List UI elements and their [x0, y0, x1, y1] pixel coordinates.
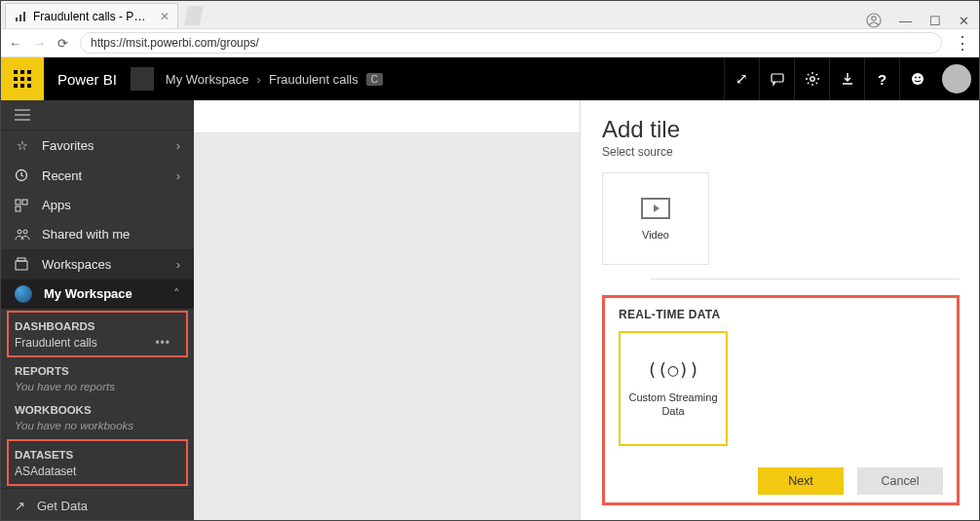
svg-rect-16 — [16, 261, 27, 270]
breadcrumb-item[interactable]: Fraudulent calls — [269, 72, 358, 87]
tile-option-video[interactable]: Video — [602, 172, 709, 265]
divider — [651, 279, 960, 279]
streaming-icon: ((○)) — [647, 359, 699, 380]
svg-rect-2 — [23, 12, 25, 21]
nav-forward-icon: → — [33, 36, 46, 51]
browser-tab[interactable]: Fraudulent calls - Power BI ✕ — [5, 3, 178, 28]
feedback-smiley-icon[interactable] — [899, 57, 934, 100]
user-avatar[interactable] — [942, 64, 971, 93]
panel-title: Add tile — [602, 116, 960, 143]
nav-label: My Workspace — [44, 286, 132, 301]
svg-point-4 — [872, 17, 876, 20]
user-icon[interactable] — [866, 13, 882, 28]
svg-rect-1 — [19, 15, 21, 21]
chevron-right-icon: › — [176, 138, 180, 153]
workspace-logo-icon — [15, 285, 32, 303]
dashboard-item-label: Fraudulent calls — [15, 336, 97, 350]
chevron-right-icon: › — [257, 72, 261, 87]
waffle-icon — [14, 70, 31, 88]
panel-subtitle: Select source — [602, 145, 960, 159]
svg-rect-11 — [16, 200, 20, 205]
section-datasets: DATASETS — [15, 443, 180, 463]
url-text: https://msit.powerbi.com/groups/ — [91, 36, 259, 50]
tab-close-icon[interactable]: ✕ — [160, 10, 170, 23]
svg-rect-12 — [22, 200, 27, 205]
highlight-dashboards: DASHBOARDS Fraudulent calls ••• — [7, 311, 188, 357]
dashboard-canvas: + Add tile Usage metrics View related Ad… — [194, 100, 979, 521]
nav-sidebar: ☆ Favorites › Recent › Apps Shared with … — [1, 100, 194, 521]
get-data-button[interactable]: ↗ Get Data — [1, 488, 194, 521]
svg-point-6 — [810, 77, 813, 81]
workspace-badge — [131, 67, 154, 91]
comments-icon[interactable] — [759, 57, 794, 100]
nav-label: Shared with me — [42, 227, 130, 242]
sidebar-toggle-button[interactable] — [1, 100, 194, 130]
section-workbooks: WORKBOOKS — [1, 398, 194, 418]
get-data-arrow-icon: ↗ — [15, 499, 25, 513]
brand-label: Power BI — [44, 71, 131, 88]
nav-label: Recent — [42, 168, 82, 183]
chevron-right-icon: › — [176, 168, 180, 183]
more-options-icon[interactable]: ••• — [155, 336, 170, 350]
new-tab-button[interactable] — [184, 6, 204, 25]
chevron-up-icon: ˄ — [173, 286, 180, 301]
nav-shared[interactable]: Shared with me — [1, 220, 194, 249]
nav-my-workspace[interactable]: My Workspace ˄ — [1, 279, 194, 309]
settings-gear-icon[interactable] — [794, 57, 829, 100]
add-tile-panel: Add tile Select source Video REAL-TIME D… — [580, 100, 979, 521]
help-icon[interactable]: ? — [864, 57, 899, 100]
nav-apps[interactable]: Apps — [1, 190, 194, 219]
breadcrumb: My Workspace › Fraudulent calls C — [166, 72, 384, 87]
workbooks-empty-text: You have no workbooks — [1, 418, 194, 437]
nav-label: Apps — [42, 198, 71, 212]
svg-point-7 — [912, 73, 923, 85]
window-controls: — ☐ ✕ — [866, 13, 979, 28]
shared-icon — [15, 228, 30, 242]
browser-tabstrip: Fraudulent calls - Power BI ✕ — ☐ ✕ — [1, 1, 979, 28]
browser-menu-icon[interactable]: ⋮ — [954, 32, 971, 54]
nav-workspaces[interactable]: Workspaces › — [1, 249, 194, 279]
svg-rect-0 — [16, 18, 18, 21]
tile-option-streaming[interactable]: ((○)) Custom Streaming Data — [619, 331, 728, 446]
reports-empty-text: You have no reports — [1, 379, 194, 398]
svg-rect-17 — [18, 258, 25, 261]
app-header: Power BI My Workspace › Fraudulent calls… — [1, 57, 979, 100]
section-reports: REPORTS — [1, 359, 194, 379]
dataset-item[interactable]: ASAdataset — [15, 463, 180, 482]
breadcrumb-item[interactable]: My Workspace — [166, 72, 249, 87]
section-dashboards: DASHBOARDS — [15, 315, 180, 334]
star-icon: ☆ — [15, 138, 30, 153]
svg-point-8 — [915, 77, 917, 79]
tab-title: Fraudulent calls - Power BI — [33, 10, 150, 23]
fullscreen-icon[interactable]: ⤢ — [724, 57, 759, 100]
svg-point-9 — [919, 77, 921, 79]
streaming-label: Custom Streaming Data — [626, 391, 720, 417]
svg-point-14 — [18, 230, 21, 234]
window-minimize-icon[interactable]: — — [899, 14, 912, 28]
dashboard-item[interactable]: Fraudulent calls ••• — [15, 334, 180, 354]
svg-point-15 — [23, 230, 27, 234]
svg-rect-5 — [772, 74, 783, 82]
next-button[interactable]: Next — [758, 467, 844, 495]
classification-tag: C — [366, 73, 384, 86]
get-data-label: Get Data — [37, 499, 88, 513]
chevron-right-icon: › — [176, 257, 180, 272]
nav-favorites[interactable]: ☆ Favorites › — [1, 130, 194, 160]
tab-favicon — [14, 10, 27, 23]
window-close-icon[interactable]: ✕ — [959, 14, 969, 28]
apps-icon — [15, 199, 30, 212]
highlight-datasets: DATASETS ASAdataset — [7, 439, 188, 486]
nav-reload-icon[interactable]: ⟳ — [57, 36, 68, 51]
window-maximize-icon[interactable]: ☐ — [929, 14, 941, 28]
nav-recent[interactable]: Recent › — [1, 161, 194, 190]
nav-label: Favorites — [42, 138, 94, 153]
nav-back-icon[interactable]: ← — [9, 36, 21, 51]
video-label: Video — [642, 229, 669, 241]
download-icon[interactable] — [829, 57, 864, 100]
highlight-realtime: REAL-TIME DATA ((○)) Custom Streaming Da… — [602, 295, 960, 505]
address-bar[interactable]: https://msit.powerbi.com/groups/ — [80, 32, 942, 54]
nav-label: Workspaces — [42, 257, 111, 272]
video-icon — [641, 198, 670, 219]
app-launcher-button[interactable] — [1, 57, 44, 100]
cancel-button[interactable]: Cancel — [857, 467, 943, 495]
